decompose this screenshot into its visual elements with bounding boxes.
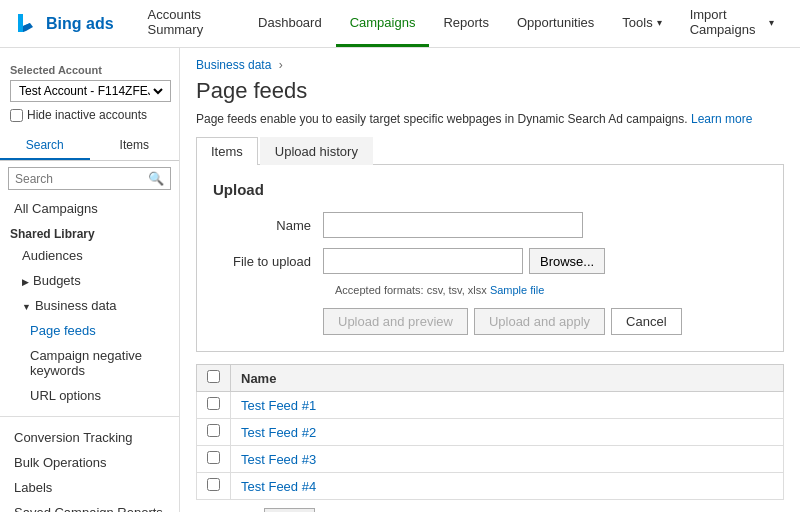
feed-link[interactable]: Test Feed #4 (241, 479, 316, 494)
row-checkbox[interactable] (207, 451, 220, 464)
row-name-cell: Test Feed #2 (231, 419, 784, 446)
table-row: Test Feed #3 (197, 446, 784, 473)
row-name-cell: Test Feed #4 (231, 473, 784, 500)
main-content: Business data › Page feeds Page feeds en… (180, 48, 800, 512)
select-all-checkbox[interactable] (207, 370, 220, 383)
accepted-formats: Accepted formats: csv, tsv, xlsx Sample … (335, 284, 767, 296)
table-header-row: Name (197, 365, 784, 392)
feed-link[interactable]: Test Feed #2 (241, 425, 316, 440)
nav-import-campaigns[interactable]: Import Campaigns ▾ (676, 0, 788, 47)
sidebar-link-labels[interactable]: Labels (0, 475, 179, 500)
file-label: File to upload (213, 254, 323, 269)
file-form-row: File to upload Browse... (213, 248, 767, 274)
page-description: Page feeds enable you to easily target s… (196, 112, 784, 126)
upload-title: Upload (213, 181, 767, 198)
sidebar-search-input[interactable] (15, 172, 148, 186)
bing-logo-icon (12, 10, 40, 38)
sidebar-link-audiences[interactable]: Audiences (0, 243, 179, 268)
svg-rect-0 (12, 10, 40, 38)
sidebar-tab-items[interactable]: Items (90, 132, 180, 160)
hide-inactive-checkbox[interactable] (10, 109, 23, 122)
nav-reports[interactable]: Reports (429, 0, 503, 47)
row-checkbox[interactable] (207, 397, 220, 410)
sidebar-link-campaign-negative-keywords[interactable]: Campaign negative keywords (0, 343, 179, 383)
sidebar-tab-search[interactable]: Search (0, 132, 90, 160)
row-checkbox-cell (197, 419, 231, 446)
hide-inactive-label: Hide inactive accounts (27, 108, 147, 122)
action-buttons: Upload and preview Upload and apply Canc… (323, 308, 767, 335)
budgets-expand-icon: ▶ (22, 277, 29, 287)
row-checkbox-cell (197, 446, 231, 473)
row-checkbox[interactable] (207, 478, 220, 491)
header-name: Name (231, 365, 784, 392)
sidebar-link-business-data[interactable]: ▼Business data (0, 293, 179, 318)
sidebar-link-saved-campaign-reports[interactable]: Saved Campaign Reports (0, 500, 179, 512)
import-dropdown-arrow: ▾ (769, 17, 774, 28)
upload-apply-button[interactable]: Upload and apply (474, 308, 605, 335)
cancel-button[interactable]: Cancel (611, 308, 681, 335)
table-row: Test Feed #4 (197, 473, 784, 500)
account-selector[interactable]: Test Account - F114ZFEJ (15, 83, 166, 99)
sidebar-shared-library-label: Shared Library (0, 221, 179, 243)
table-row: Test Feed #2 (197, 419, 784, 446)
name-input[interactable] (323, 212, 583, 238)
show-rows-select[interactable]: 102050100 (264, 508, 315, 512)
breadcrumb[interactable]: Business data › (196, 58, 784, 72)
learn-more-link[interactable]: Learn more (691, 112, 752, 126)
sidebar: Selected Account Test Account - F114ZFEJ… (0, 48, 180, 512)
row-name-cell: Test Feed #1 (231, 392, 784, 419)
browse-button[interactable]: Browse... (529, 248, 605, 274)
sidebar-link-bulk-operations[interactable]: Bulk Operations (0, 450, 179, 475)
sidebar-link-budgets[interactable]: ▶Budgets (0, 268, 179, 293)
file-input[interactable] (323, 248, 523, 274)
sidebar-divider (0, 416, 179, 417)
nav-dashboard[interactable]: Dashboard (244, 0, 336, 47)
sidebar-link-url-options[interactable]: URL options (0, 383, 179, 408)
content-tabs: Items Upload history (196, 136, 784, 165)
search-icon: 🔍 (148, 171, 164, 186)
feed-table: Name Test Feed #1 Test Feed #2 T (196, 364, 784, 500)
tab-upload-history[interactable]: Upload history (260, 137, 373, 165)
nav-tools[interactable]: Tools ▾ (608, 0, 675, 47)
main-layout: Selected Account Test Account - F114ZFEJ… (0, 48, 800, 512)
nav-items: Accounts Summary Dashboard Campaigns Rep… (134, 0, 788, 47)
nav-accounts-summary[interactable]: Accounts Summary (134, 0, 245, 47)
sidebar-link-all-campaigns[interactable]: All Campaigns (0, 196, 179, 221)
selected-account-label: Selected Account (10, 64, 171, 76)
top-navigation: Bing ads Accounts Summary Dashboard Camp… (0, 0, 800, 48)
name-label: Name (213, 218, 323, 233)
sidebar-link-page-feeds[interactable]: Page feeds (0, 318, 179, 343)
page-title: Page feeds (196, 78, 784, 104)
tools-dropdown-arrow: ▾ (657, 17, 662, 28)
logo[interactable]: Bing ads (12, 10, 114, 38)
sidebar-tabs: Search Items (0, 132, 179, 161)
header-checkbox-cell (197, 365, 231, 392)
feed-table-body: Test Feed #1 Test Feed #2 Test Feed #3 T… (197, 392, 784, 500)
tab-items[interactable]: Items (196, 137, 258, 165)
nav-campaigns[interactable]: Campaigns (336, 0, 430, 47)
row-checkbox-cell (197, 392, 231, 419)
name-form-row: Name (213, 212, 767, 238)
business-data-expand-icon: ▼ (22, 302, 31, 312)
show-rows-control: Show rows: 102050100 (196, 508, 784, 512)
breadcrumb-separator: › (279, 58, 283, 72)
logo-text: Bing ads (46, 15, 114, 33)
table-row: Test Feed #1 (197, 392, 784, 419)
row-checkbox[interactable] (207, 424, 220, 437)
sidebar-link-conversion-tracking[interactable]: Conversion Tracking (0, 425, 179, 450)
feed-link[interactable]: Test Feed #3 (241, 452, 316, 467)
row-name-cell: Test Feed #3 (231, 446, 784, 473)
upload-section: Upload Name File to upload Browse... Acc… (196, 165, 784, 352)
nav-opportunities[interactable]: Opportunities (503, 0, 608, 47)
row-checkbox-cell (197, 473, 231, 500)
sample-file-link[interactable]: Sample file (490, 284, 544, 296)
sidebar-search-box[interactable]: 🔍 (8, 167, 171, 190)
breadcrumb-business-data[interactable]: Business data (196, 58, 271, 72)
feed-link[interactable]: Test Feed #1 (241, 398, 316, 413)
upload-preview-button[interactable]: Upload and preview (323, 308, 468, 335)
